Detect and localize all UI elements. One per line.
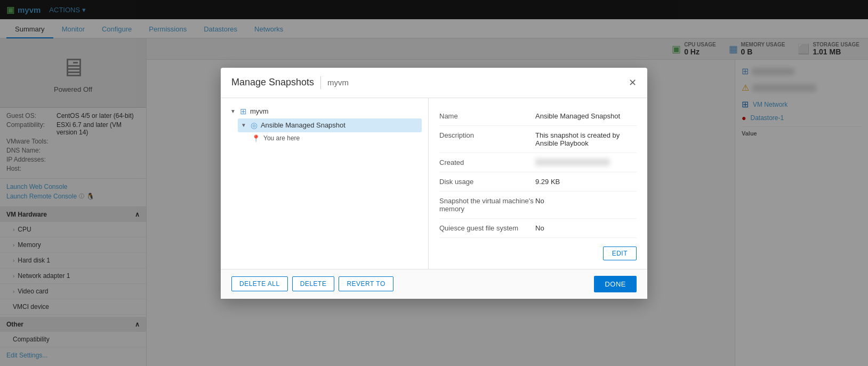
delete-button[interactable]: DELETE xyxy=(292,276,335,291)
detail-created-row: Created xyxy=(439,153,637,172)
tree-expand-icon: ▼ xyxy=(230,108,236,114)
tree-snapshot-group: ▼ ◎ Ansible Managed Snapshot 📍 You are h… xyxy=(227,118,422,145)
modal-header: Manage Snapshots myvm ✕ xyxy=(221,68,647,98)
tree-root-item[interactable]: ▼ ⊞ myvm xyxy=(227,105,422,118)
snapshot-tree: ▼ ⊞ myvm ▼ ◎ Ansible Managed Snapshot 📍 … xyxy=(221,98,429,269)
tree-snapshot-icon: ◎ xyxy=(251,121,258,130)
tree-snapshot-expand-icon: ▼ xyxy=(241,122,246,128)
edit-button[interactable]: EDIT xyxy=(603,246,637,260)
modal-close-button[interactable]: ✕ xyxy=(629,77,637,89)
delete-all-button[interactable]: DELETE ALL xyxy=(231,276,288,291)
detail-memory-row: Snapshot the virtual machine's memory No xyxy=(439,192,637,219)
done-button[interactable]: DONE xyxy=(594,276,637,292)
detail-disk-usage-row: Disk usage 9.29 KB xyxy=(439,172,637,192)
manage-snapshots-modal: Manage Snapshots myvm ✕ ▼ ⊞ myvm ▼ ◎ xyxy=(221,68,647,299)
modal-subtitle: myvm xyxy=(327,78,349,87)
tree-root-label: myvm xyxy=(250,107,269,115)
modal-overlay: Manage Snapshots myvm ✕ ▼ ⊞ myvm ▼ ◎ xyxy=(0,0,868,366)
tree-vm-icon: ⊞ xyxy=(240,107,247,116)
detail-actions: EDIT xyxy=(439,238,637,260)
tree-here-group: 📍 You are here xyxy=(238,132,422,145)
detail-description-row: Description This snapshot is created by … xyxy=(439,126,637,153)
snapshot-details: Name Ansible Managed Snapshot Descriptio… xyxy=(429,98,647,269)
revert-to-button[interactable]: REVERT TO xyxy=(339,276,393,291)
created-value-blurred xyxy=(535,158,637,166)
modal-body: ▼ ⊞ myvm ▼ ◎ Ansible Managed Snapshot 📍 … xyxy=(221,98,647,269)
footer-actions: DELETE ALL DELETE REVERT TO xyxy=(231,276,393,291)
modal-title-divider xyxy=(320,76,321,89)
modal-title: Manage Snapshots xyxy=(231,77,314,88)
here-icon: 📍 xyxy=(252,134,260,142)
tree-snapshot-item[interactable]: ▼ ◎ Ansible Managed Snapshot xyxy=(238,118,422,132)
tree-here-label: You are here xyxy=(263,134,300,142)
tree-snapshot-label: Ansible Managed Snapshot xyxy=(261,121,345,129)
tree-here-item: 📍 You are here xyxy=(248,132,422,145)
modal-title-group: Manage Snapshots myvm xyxy=(231,76,349,89)
detail-name-row: Name Ansible Managed Snapshot xyxy=(439,107,637,126)
detail-quiesce-row: Quiesce guest file system No xyxy=(439,219,637,238)
created-blurred xyxy=(535,158,610,166)
modal-footer: DELETE ALL DELETE REVERT TO DONE xyxy=(221,269,647,299)
